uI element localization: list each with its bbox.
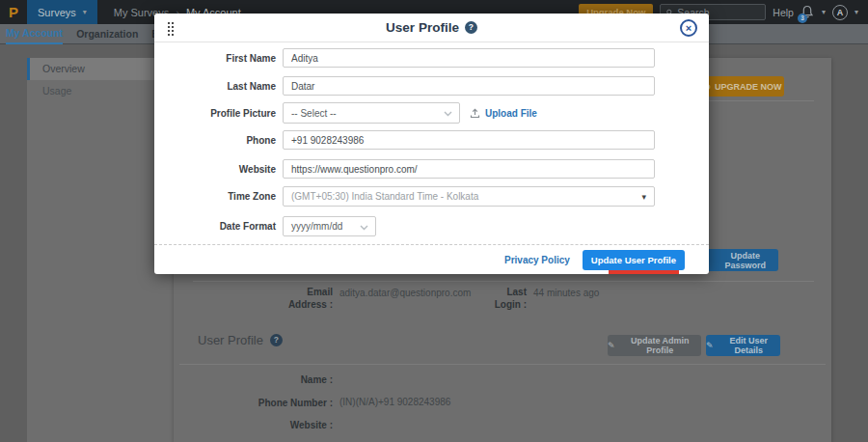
account-sidebar: Overview Usage: [27, 58, 174, 442]
chevron-down-icon: ▾: [83, 8, 87, 16]
chevron-down-icon[interactable]: ▾: [854, 8, 858, 16]
upgrade-now-button[interactable]: ⊕ UPGRADE NOW: [701, 76, 784, 97]
date-format-label: Date Format: [164, 221, 283, 232]
annotation-red-underline: [609, 270, 679, 274]
update-user-profile-button[interactable]: Update User Profile: [583, 250, 685, 270]
tab-organization[interactable]: Organization: [76, 25, 138, 43]
email-address-value: aditya.datar@questionpro.com: [339, 288, 471, 298]
tab-my-account[interactable]: My Account: [6, 24, 63, 44]
section-title: User Profile: [198, 333, 263, 347]
profile-picture-selected-value: -- Select --: [291, 108, 337, 119]
email-address-label: Email Address :: [270, 286, 333, 311]
name-label: Name :: [227, 373, 333, 386]
last-name-label: Last Name: [164, 81, 283, 92]
close-icon[interactable]: ×: [680, 19, 697, 37]
modal-header: User Profile ? ×: [154, 14, 709, 42]
help-circle-icon[interactable]: ?: [270, 334, 283, 346]
update-password-button[interactable]: ✎ Update Password: [701, 249, 778, 271]
questionpro-app: P Surveys ▾ My Surveys › My Account Upgr…: [0, 0, 868, 442]
avatar-initial: A: [837, 8, 844, 17]
update-admin-profile-label: Update Admin Profile: [619, 336, 701, 355]
help-circle-icon[interactable]: ?: [465, 21, 477, 34]
time-zone-selected-value: (GMT+05:30) India Standard Time - Kolkat…: [291, 191, 478, 202]
caret-down-icon: ▾: [641, 192, 646, 202]
surveys-dropdown-label: Surveys: [38, 7, 76, 18]
sidebar-item-usage[interactable]: Usage: [27, 80, 174, 102]
upload-icon: [470, 108, 480, 119]
profile-picture-select[interactable]: -- Select --: [283, 102, 460, 124]
chevron-down-icon[interactable]: ▾: [822, 8, 826, 16]
edit-icon: ✎: [706, 341, 714, 350]
user-profile-modal: User Profile ? × First Name Last Name Pr…: [154, 14, 709, 274]
notification-badge: 3: [798, 14, 807, 23]
time-zone-select[interactable]: (GMT+05:30) India Standard Time - Kolkat…: [283, 186, 655, 207]
first-name-input[interactable]: [283, 48, 655, 68]
upload-file-group[interactable]: Upload File: [470, 108, 537, 119]
chevron-down-icon: [360, 225, 368, 231]
last-name-input[interactable]: [283, 76, 655, 96]
edit-user-details-label: Edit User Details: [718, 336, 780, 355]
date-format-selected-value: yyyy/mm/dd: [291, 221, 342, 232]
edit-user-details-button[interactable]: ✎ Edit User Details: [706, 335, 780, 356]
upgrade-now-label: UPGRADE NOW: [715, 82, 782, 92]
last-login-label: Last Login :: [480, 286, 527, 311]
avatar[interactable]: A: [832, 5, 848, 20]
sidebar-item-overview[interactable]: Overview: [27, 58, 174, 80]
phone-label: Phone: [164, 135, 283, 146]
drag-handle-icon[interactable]: [167, 21, 175, 36]
questionpro-logo: P: [9, 0, 18, 24]
profile-picture-label: Profile Picture: [164, 108, 283, 119]
surveys-dropdown[interactable]: Surveys ▾: [27, 0, 97, 24]
update-password-label: Update Password: [713, 251, 778, 270]
time-zone-label: Time Zone: [164, 191, 283, 202]
divider: [193, 281, 814, 282]
edit-icon: ✎: [608, 341, 615, 350]
phone-input[interactable]: [283, 130, 655, 150]
phone-number-label: Phone Number :: [227, 397, 333, 409]
phone-number-value: (IN)(N/A)+91 9028243986: [339, 397, 450, 407]
first-name-label: First Name: [164, 53, 283, 64]
chevron-down-icon: [444, 111, 452, 117]
notifications-button[interactable]: 3: [800, 5, 815, 20]
modal-body: First Name Last Name Profile Picture -- …: [154, 42, 709, 236]
last-login-value: 44 minutes ago: [533, 288, 599, 298]
update-admin-profile-button[interactable]: ✎ Update Admin Profile: [608, 335, 701, 356]
date-format-select[interactable]: yyyy/mm/dd: [283, 216, 376, 236]
user-profile-section-header: User Profile ?: [198, 333, 283, 347]
divider: [179, 364, 826, 365]
help-link[interactable]: Help: [773, 7, 794, 18]
modal-title: User Profile: [386, 20, 459, 35]
website-label: Website: [164, 164, 283, 175]
upload-file-link[interactable]: Upload File: [485, 108, 537, 119]
privacy-policy-link[interactable]: Privacy Policy: [504, 255, 570, 265]
website-input[interactable]: [283, 159, 655, 179]
website-bg-label: Website :: [227, 419, 333, 431]
